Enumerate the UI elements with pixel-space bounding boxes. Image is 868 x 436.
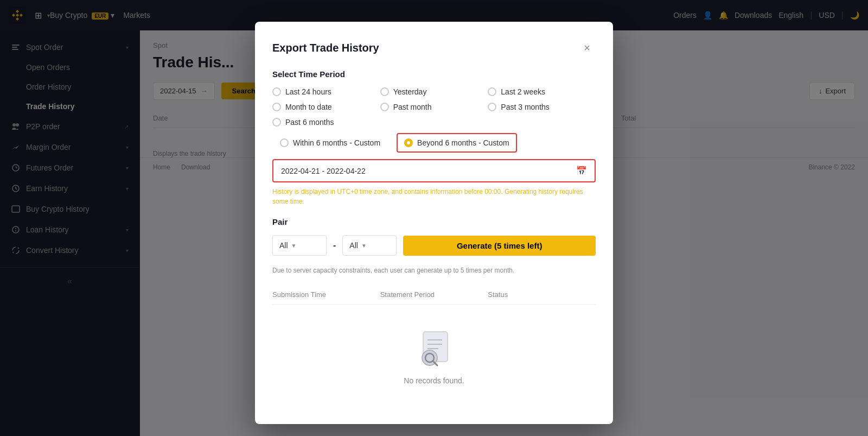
- radio-yesterday-label: Yesterday: [393, 87, 427, 96]
- radio-past6months[interactable]: Past 6 months: [272, 118, 596, 127]
- radio-yesterday-circle: [380, 87, 389, 96]
- radio-last2weeks[interactable]: Last 2 weeks: [488, 87, 596, 96]
- empty-text: No records found.: [404, 376, 464, 385]
- empty-state: No records found.: [272, 305, 596, 407]
- pair-left-value: All: [279, 241, 288, 250]
- radio-pastmonth-circle: [380, 103, 389, 111]
- records-col-submission: Submission Time: [272, 290, 380, 299]
- modal-close-button[interactable]: ×: [578, 39, 596, 56]
- radio-past3months-circle: [488, 103, 496, 111]
- radio-pastmonth-label: Past month: [393, 103, 432, 111]
- pair-left-arrow: ▼: [291, 243, 297, 249]
- calendar-icon[interactable]: 📅: [576, 166, 587, 176]
- radio-yesterday[interactable]: Yesterday: [380, 87, 488, 96]
- radio-monthtodate-circle: [272, 103, 281, 111]
- modal-overlay[interactable]: Export Trade History × Select Time Perio…: [0, 0, 868, 436]
- within6months-circle: [280, 138, 289, 147]
- pair-dash: -: [333, 241, 336, 250]
- radio-last24h-label: Last 24 hours: [285, 87, 331, 96]
- time-period-label: Select Time Period: [272, 69, 596, 79]
- records-col-status: Status: [488, 290, 596, 299]
- date-range-input[interactable]: [281, 167, 576, 175]
- within6months-label: Within 6 months - Custom: [293, 138, 380, 147]
- generate-button[interactable]: Generate (5 times left): [403, 236, 596, 256]
- radio-past3months-label: Past 3 months: [501, 103, 550, 111]
- radio-last2weeks-circle: [488, 87, 496, 96]
- custom-row: Within 6 months - Custom Beyond 6 months…: [272, 133, 596, 153]
- pair-section: Pair All ▼ - All ▼ Generate (5 times lef…: [272, 217, 596, 256]
- empty-state-icon: [412, 326, 456, 370]
- pair-right-select[interactable]: All ▼: [342, 235, 397, 256]
- radio-last24h-circle: [272, 87, 281, 96]
- pair-label: Pair: [272, 217, 596, 226]
- radio-last2weeks-label: Last 2 weeks: [501, 87, 545, 96]
- radio-past6months-circle: [272, 118, 281, 127]
- date-field-box[interactable]: 📅: [272, 159, 596, 182]
- beyond6months-option[interactable]: Beyond 6 months - Custom: [397, 133, 517, 153]
- radio-monthtodate[interactable]: Month to date: [272, 103, 380, 111]
- pair-row: All ▼ - All ▼ Generate (5 times left): [272, 235, 596, 256]
- records-col-statement: Statement Period: [380, 290, 488, 299]
- within6months-option[interactable]: Within 6 months - Custom: [272, 133, 388, 153]
- records-table-header: Submission Time Statement Period Status: [272, 285, 596, 305]
- beyond6months-label: Beyond 6 months - Custom: [417, 138, 509, 147]
- pair-right-arrow: ▼: [361, 243, 367, 249]
- capacity-note: Due to server capacity constraints, each…: [272, 267, 596, 274]
- modal-title: Export Trade History: [272, 42, 379, 54]
- pair-right-value: All: [349, 241, 358, 250]
- beyond6months-circle: [404, 138, 413, 147]
- radio-last24h[interactable]: Last 24 hours: [272, 87, 380, 96]
- pair-left-select[interactable]: All ▼: [272, 235, 327, 256]
- radio-pastmonth[interactable]: Past month: [380, 103, 488, 111]
- warning-text: History is displayed in UTC+0 time zone,…: [272, 187, 596, 206]
- modal-header: Export Trade History ×: [272, 39, 596, 56]
- time-options-grid: Last 24 hours Yesterday Last 2 weeks Mon…: [272, 87, 596, 111]
- radio-past6months-label: Past 6 months: [285, 118, 334, 127]
- export-modal: Export Trade History × Select Time Perio…: [255, 22, 613, 424]
- radio-monthtodate-label: Month to date: [285, 103, 332, 111]
- radio-past3months[interactable]: Past 3 months: [488, 103, 596, 111]
